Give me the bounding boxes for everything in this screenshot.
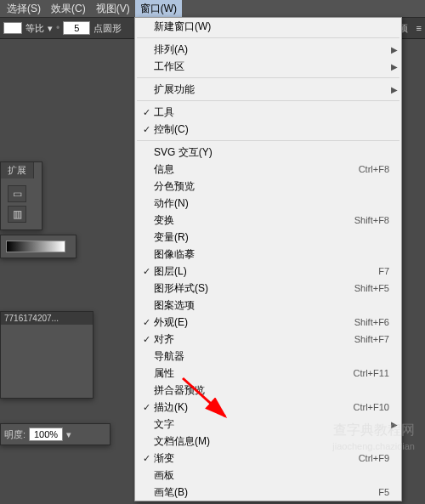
check-icon: ✓ xyxy=(139,266,154,277)
menu-item-label: 扩展功能 xyxy=(154,82,389,97)
menu-item[interactable]: 分色预览 xyxy=(135,178,401,195)
menu-item-label: 控制(C) xyxy=(154,122,389,137)
menu-effect[interactable]: 效果(C) xyxy=(46,0,91,18)
menu-item-label: 工具 xyxy=(154,105,389,120)
panel-gradient xyxy=(0,235,76,258)
menu-item-label: 文字 xyxy=(154,417,389,432)
panel-icon-1[interactable]: ▭ xyxy=(8,185,26,202)
menu-item-shortcut: Shift+F6 xyxy=(354,317,389,327)
check-icon: ✓ xyxy=(139,107,154,118)
menu-item-label: 分色预览 xyxy=(154,179,389,194)
check-icon: ✓ xyxy=(139,317,154,328)
menu-item[interactable]: ✓对齐Shift+F7 xyxy=(135,331,401,348)
points-field[interactable] xyxy=(63,21,90,35)
menu-item[interactable]: 拼合器预览 xyxy=(135,382,401,399)
dropdown-caret-icon[interactable]: ▾ xyxy=(48,23,53,34)
menu-item[interactable]: 图像临摹 xyxy=(135,246,401,263)
menu-item-shortcut: Ctrl+F10 xyxy=(354,402,390,412)
menu-item[interactable]: 信息Ctrl+F8 xyxy=(135,161,401,178)
menu-item-shortcut: Ctrl+F8 xyxy=(359,164,389,174)
menu-item-label: 图形样式(S) xyxy=(154,281,354,296)
uniform-label: 等比 xyxy=(26,22,44,35)
submenu-arrow-icon: ▶ xyxy=(391,62,398,71)
opacity-label: 明度: xyxy=(4,428,26,441)
menu-item[interactable]: 画板 xyxy=(135,467,401,484)
menu-item-label: 对齐 xyxy=(154,332,354,347)
flyout-icon[interactable]: ≡ xyxy=(416,23,422,33)
menu-item[interactable]: SVG 交互(Y) xyxy=(135,144,401,161)
panel-icon-2[interactable]: ▥ xyxy=(8,206,26,223)
check-icon: ✓ xyxy=(139,124,154,135)
menu-item[interactable]: 画笔(B)F5 xyxy=(135,484,401,501)
menu-item-label: 拼合器预览 xyxy=(154,383,389,398)
check-icon: ✓ xyxy=(139,402,154,413)
menu-item[interactable]: 扩展功能▶ xyxy=(135,81,401,98)
menu-item[interactable]: 工作区▶ xyxy=(135,58,401,75)
menubar: 选择(S) 效果(C) 视图(V) 窗口(W) xyxy=(0,0,425,17)
menu-item[interactable]: 导航器 xyxy=(135,348,401,365)
menu-item-label: 排列(A) xyxy=(154,42,389,57)
submenu-arrow-icon: ▶ xyxy=(391,45,398,54)
check-icon: ✓ xyxy=(139,453,154,464)
menu-item-label: 图层(L) xyxy=(154,264,378,279)
stroke-swatch[interactable] xyxy=(3,22,22,34)
menu-item[interactable]: ✓控制(C) xyxy=(135,121,401,138)
menu-item[interactable]: 图形样式(S)Shift+F5 xyxy=(135,280,401,297)
menu-item-label: SVG 交互(Y) xyxy=(154,145,389,160)
menu-separator xyxy=(137,140,400,141)
menu-item-label: 画板 xyxy=(154,468,389,483)
menu-item[interactable]: 新建窗口(W) xyxy=(135,18,401,35)
menu-item-shortcut: F5 xyxy=(378,487,389,497)
window-menu: 新建窗口(W)排列(A)▶工作区▶扩展功能▶✓工具✓控制(C)SVG 交互(Y)… xyxy=(134,17,402,501)
menu-item[interactable]: ✓工具 xyxy=(135,104,401,121)
menu-item[interactable]: 变换Shift+F8 xyxy=(135,212,401,229)
panel-transparency: 明度: ▾ xyxy=(0,423,110,445)
menu-separator xyxy=(137,37,400,38)
menu-item-label: 新建窗口(W) xyxy=(154,20,389,34)
menu-item-label: 导航器 xyxy=(154,349,389,364)
menu-separator xyxy=(137,100,400,101)
menu-item[interactable]: 文档信息(M) xyxy=(135,433,401,450)
menu-item-shortcut: Ctrl+F11 xyxy=(354,368,390,378)
sep-icon: • xyxy=(56,22,60,34)
menu-item-label: 画笔(B) xyxy=(154,485,378,500)
menu-item[interactable]: ✓渐变Ctrl+F9 xyxy=(135,450,401,467)
menu-item-shortcut: Shift+F5 xyxy=(354,283,389,293)
menu-item-label: 动作(N) xyxy=(154,196,389,211)
menu-select[interactable]: 选择(S) xyxy=(2,0,46,18)
gradient-bar[interactable] xyxy=(6,241,65,252)
menu-item-label: 图像临摹 xyxy=(154,247,389,262)
menu-item[interactable]: ✓外观(E)Shift+F6 xyxy=(135,314,401,331)
menu-item[interactable]: 动作(N) xyxy=(135,195,401,212)
menu-item-shortcut: F7 xyxy=(378,266,389,276)
menu-item-label: 描边(K) xyxy=(154,400,354,415)
menu-item-shortcut: Shift+F7 xyxy=(354,334,389,344)
menu-item[interactable]: 符号Shift+Ctrl+F11 xyxy=(135,501,401,504)
menu-item[interactable]: ✓图层(L)F7 xyxy=(135,263,401,280)
menu-window[interactable]: 窗口(W) xyxy=(135,0,182,18)
menu-item[interactable]: 属性Ctrl+F11 xyxy=(135,365,401,382)
menu-view[interactable]: 视图(V) xyxy=(91,0,135,18)
menu-item-label: 属性 xyxy=(154,366,354,381)
file-name[interactable]: 7716174207... xyxy=(1,312,93,325)
menu-item-label: 变换 xyxy=(154,213,354,228)
menu-item-label: 信息 xyxy=(154,162,359,177)
points-label: 点圆形 xyxy=(94,22,122,35)
menu-item-shortcut: Ctrl+F9 xyxy=(359,453,389,463)
panel-file: 7716174207... xyxy=(0,311,94,399)
menu-item-label: 变量(R) xyxy=(154,230,389,245)
menu-item[interactable]: 变量(R) xyxy=(135,229,401,246)
menu-item[interactable]: 排列(A)▶ xyxy=(135,41,401,58)
menu-item-label: 图案选项 xyxy=(154,298,389,313)
panel-extensions: 扩展 ▭ ▥ xyxy=(0,161,42,230)
menu-item-label: 文档信息(M) xyxy=(154,434,389,449)
menu-item-label: 外观(E) xyxy=(154,315,354,330)
caret-down-icon[interactable]: ▾ xyxy=(66,429,71,440)
menu-item[interactable]: ✓描边(K)Ctrl+F10 xyxy=(135,399,401,416)
panel-tab-extensions[interactable]: 扩展 xyxy=(1,162,34,178)
menu-separator xyxy=(137,77,400,78)
check-icon: ✓ xyxy=(139,334,154,345)
opacity-field[interactable] xyxy=(29,428,63,441)
menu-item[interactable]: 文字▶ xyxy=(135,416,401,433)
menu-item[interactable]: 图案选项 xyxy=(135,297,401,314)
